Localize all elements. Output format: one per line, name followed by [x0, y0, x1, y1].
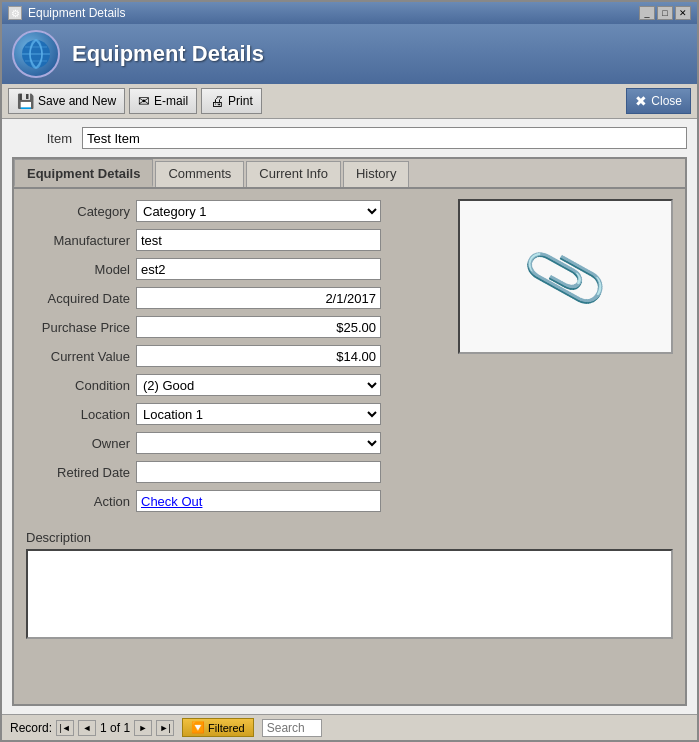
paperclip-icon: 📎 [518, 230, 613, 322]
close-icon: ✖ [635, 93, 647, 109]
status-record: Record: |◄ ◄ 1 of 1 ► ►| [10, 720, 174, 736]
condition-select[interactable]: (2) Good [136, 374, 381, 396]
page-title: Equipment Details [72, 41, 264, 67]
filtered-button[interactable]: 🔽 Filtered [182, 718, 254, 737]
tabs-header: Equipment Details Comments Current Info … [14, 159, 685, 189]
close-button[interactable]: ✖ Close [626, 88, 691, 114]
manufacturer-input[interactable] [136, 229, 381, 251]
current-value-row: Current Value [26, 344, 438, 368]
title-bar-controls: _ □ ✕ [639, 6, 691, 20]
email-label: E-mail [154, 94, 188, 108]
app-logo [12, 30, 60, 78]
search-input[interactable] [262, 719, 322, 737]
item-label: Item [12, 131, 72, 146]
acquired-date-label: Acquired Date [26, 291, 136, 306]
owner-row: Owner [26, 431, 438, 455]
action-label: Action [26, 494, 136, 509]
retired-date-input[interactable] [136, 461, 381, 483]
category-label: Category [26, 204, 136, 219]
title-bar-left: ⚙ Equipment Details [8, 6, 125, 20]
retired-date-label: Retired Date [26, 465, 136, 480]
print-icon: 🖨 [210, 93, 224, 109]
tab-comments[interactable]: Comments [155, 161, 244, 187]
category-select[interactable]: Category 1 [136, 200, 381, 222]
content-area: Item Equipment Details Comments Current … [2, 119, 697, 714]
purchase-price-row: Purchase Price [26, 315, 438, 339]
main-window: ⚙ Equipment Details _ □ ✕ Equipment Deta… [0, 0, 699, 742]
condition-label: Condition [26, 378, 136, 393]
item-input[interactable] [82, 127, 687, 149]
close-title-button[interactable]: ✕ [675, 6, 691, 20]
acquired-date-input[interactable] [136, 287, 381, 309]
form-fields: Category Category 1 Manufacturer [26, 199, 438, 518]
minimize-button[interactable]: _ [639, 6, 655, 20]
model-input[interactable] [136, 258, 381, 280]
email-button[interactable]: ✉ E-mail [129, 88, 197, 114]
checkout-link[interactable]: Check Out [141, 494, 202, 509]
tab-history[interactable]: History [343, 161, 409, 187]
header-area: Equipment Details [2, 24, 697, 84]
close-label: Close [651, 94, 682, 108]
tab-equipment-details[interactable]: Equipment Details [14, 159, 153, 187]
manufacturer-row: Manufacturer [26, 228, 438, 252]
form-grid: Category Category 1 Manufacturer [26, 199, 673, 518]
model-row: Model [26, 257, 438, 281]
save-and-new-button[interactable]: 💾 Save and New [8, 88, 125, 114]
current-value-input[interactable] [136, 345, 381, 367]
status-bar: Record: |◄ ◄ 1 of 1 ► ►| 🔽 Filtered [2, 714, 697, 740]
nav-last-button[interactable]: ►| [156, 720, 174, 736]
location-row: Location Location 1 [26, 402, 438, 426]
toolbar: 💾 Save and New ✉ E-mail 🖨 Print ✖ Close [2, 84, 697, 119]
email-icon: ✉ [138, 93, 150, 109]
purchase-price-input[interactable] [136, 316, 381, 338]
location-select[interactable]: Location 1 [136, 403, 381, 425]
print-label: Print [228, 94, 253, 108]
purchase-price-label: Purchase Price [26, 320, 136, 335]
restore-button[interactable]: □ [657, 6, 673, 20]
retired-date-row: Retired Date [26, 460, 438, 484]
filter-icon: 🔽 [191, 721, 205, 734]
save-icon: 💾 [17, 93, 34, 109]
description-section: Description [26, 530, 673, 642]
model-label: Model [26, 262, 136, 277]
current-value-label: Current Value [26, 349, 136, 364]
toolbar-left: 💾 Save and New ✉ E-mail 🖨 Print [8, 88, 262, 114]
nav-next-button[interactable]: ► [134, 720, 152, 736]
action-value-box: Check Out [136, 490, 381, 512]
nav-prev-button[interactable]: ◄ [78, 720, 96, 736]
manufacturer-label: Manufacturer [26, 233, 136, 248]
owner-label: Owner [26, 436, 136, 451]
title-bar: ⚙ Equipment Details _ □ ✕ [2, 2, 697, 24]
owner-select[interactable] [136, 432, 381, 454]
filtered-label: Filtered [208, 722, 245, 734]
save-and-new-label: Save and New [38, 94, 116, 108]
location-label: Location [26, 407, 136, 422]
description-textarea[interactable] [26, 549, 673, 639]
tabs-container: Equipment Details Comments Current Info … [12, 157, 687, 706]
window-icon: ⚙ [8, 6, 22, 20]
record-label: Record: [10, 721, 52, 735]
record-position: 1 of 1 [100, 721, 130, 735]
description-label: Description [26, 530, 673, 545]
nav-first-button[interactable]: |◄ [56, 720, 74, 736]
condition-row: Condition (2) Good [26, 373, 438, 397]
tab-content-equipment-details: Category Category 1 Manufacturer [14, 189, 685, 704]
item-row: Item [12, 127, 687, 149]
print-button[interactable]: 🖨 Print [201, 88, 262, 114]
acquired-date-row: Acquired Date [26, 286, 438, 310]
tab-current-info[interactable]: Current Info [246, 161, 341, 187]
window-title: Equipment Details [28, 6, 125, 20]
action-row: Action Check Out [26, 489, 438, 513]
category-row: Category Category 1 [26, 199, 438, 223]
attachment-box[interactable]: 📎 [458, 199, 673, 354]
